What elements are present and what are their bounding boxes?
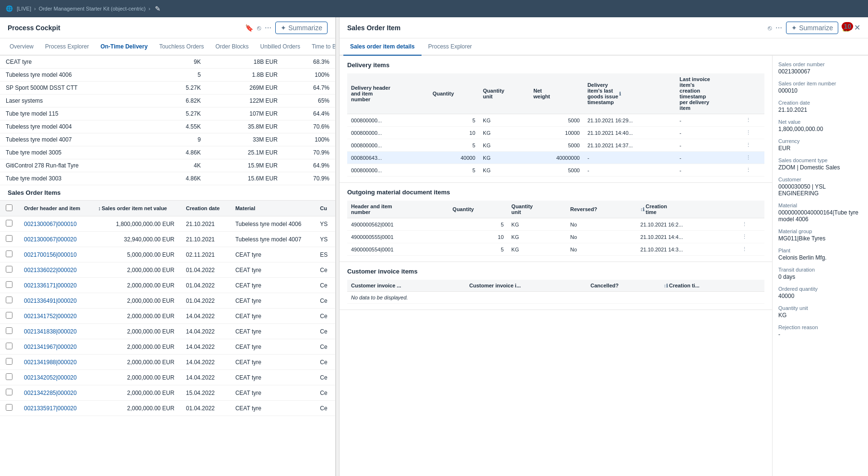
close-icon[interactable]: ✕ <box>854 23 860 32</box>
del-unit: KG <box>479 127 529 139</box>
soi-checkbox[interactable] <box>6 235 12 242</box>
bookmark-icon[interactable]: 🔖 <box>245 24 253 32</box>
select-all-checkbox[interactable] <box>6 204 12 211</box>
overview-pct: 65% <box>283 95 335 107</box>
soi-id-link[interactable]: 0021300067|000010 <box>24 221 77 227</box>
goods-info-icon[interactable]: ℹ <box>619 91 621 96</box>
soi-material: CEAT tyre <box>230 262 315 278</box>
soi-customer: Ce <box>314 324 335 339</box>
soi-material: CEAT tyre <box>230 385 315 401</box>
soi-date: 01.04.2022 <box>180 293 230 309</box>
tab-order-blocks[interactable]: Order Blocks <box>210 38 254 56</box>
soi-checkbox[interactable] <box>6 250 12 257</box>
edit-icon[interactable]: ✎ <box>155 5 161 12</box>
soi-checkbox[interactable] <box>6 220 12 226</box>
summarize-button[interactable]: ✦ Summarize <box>275 22 328 34</box>
soi-row: 0021336491|000020 2,000,000.00 EUR 01.04… <box>0 293 335 309</box>
prop-item: Currency EUR <box>778 138 862 152</box>
soi-checkbox[interactable] <box>6 297 12 303</box>
soi-id-link[interactable]: 0021335917|000020 <box>24 405 77 412</box>
tab-overview[interactable]: Overview <box>4 38 39 56</box>
soi-id-link[interactable]: 0021342052|000020 <box>24 374 77 381</box>
soi-id-link[interactable]: 0021341752|000020 <box>24 313 77 320</box>
th-order-header: Order header and item <box>18 201 92 216</box>
soi-checkbox[interactable] <box>6 358 12 365</box>
soi-checkbox[interactable] <box>6 343 12 349</box>
soi-checkbox[interactable] <box>6 281 12 288</box>
tab-unbilled-orders[interactable]: Unbilled Orders <box>255 38 306 56</box>
detail-header: Sales Order Item ⎋ ⋯ ✦ Summarize 🔔10 ✕ <box>340 17 868 38</box>
soi-id-link[interactable]: 0021336171|000020 <box>24 282 77 289</box>
soi-date: 02.11.2021 <box>180 247 230 262</box>
soi-checkbox[interactable] <box>6 312 12 319</box>
overview-row: Tube tyre model 115 5.27K 107M EUR 64.4% <box>0 107 335 120</box>
soi-checkbox[interactable] <box>6 389 12 395</box>
soi-id: 0021341838|000020 <box>18 324 92 339</box>
soi-id-link[interactable]: 0021300067|000020 <box>24 236 77 243</box>
more-detail-icon[interactable]: ⋯ <box>775 24 782 32</box>
soi-row: 0021341752|000020 2,000,000.00 EUR 14.04… <box>0 309 335 324</box>
share-detail-icon[interactable]: ⎋ <box>768 24 772 32</box>
tab-soi-details[interactable]: Sales order item details <box>343 38 422 56</box>
overview-value: 33M EUR <box>207 133 283 146</box>
out-more[interactable]: ⋮ <box>738 218 764 231</box>
more-options-icon[interactable]: ⋯ <box>265 24 271 32</box>
del-more[interactable]: ⋮ <box>742 139 764 152</box>
soi-id-link[interactable]: 0021336491|000020 <box>24 298 77 304</box>
soi-id-link[interactable]: 0021341967|000020 <box>24 344 77 350</box>
del-unit: KG <box>479 114 529 127</box>
del-more[interactable]: ⋮ <box>742 114 764 127</box>
soi-material: Tubeless tyre model 4006 <box>230 216 315 232</box>
creation-info-icon[interactable]: ↕ℹ <box>640 207 645 212</box>
soi-id-link[interactable]: 0021341838|000020 <box>24 328 77 335</box>
soi-id-link[interactable]: 0021700156|000010 <box>24 251 77 258</box>
share-icon[interactable]: ⎋ <box>257 24 261 32</box>
panel-divider <box>336 17 340 476</box>
tab-touchless-orders[interactable]: Touchless Orders <box>153 38 210 56</box>
breadcrumb-live[interactable]: [LIVE] <box>17 6 31 12</box>
notification-badge: 10 <box>842 22 853 31</box>
out-quantity: 5 <box>449 243 508 256</box>
tab-time-to-bill[interactable]: Time to Bill <box>306 38 335 56</box>
soi-id-link[interactable]: 0021336022|000020 <box>24 267 77 274</box>
overview-value: 122M EUR <box>207 95 283 107</box>
soi-date: 14.04.2022 <box>180 370 230 385</box>
del-more[interactable]: ⋮ <box>742 164 764 177</box>
overview-row: Tube tyre model 3003 4.86K 15.6M EUR 70.… <box>0 172 335 185</box>
th-inv-invoice: Customer invoice ... <box>347 280 466 292</box>
prop-label: Currency <box>778 138 862 144</box>
prop-label: Quantity unit <box>778 305 862 311</box>
del-more[interactable]: ⋮ <box>742 152 764 164</box>
notification-icon[interactable]: 🔔10 <box>842 24 850 32</box>
overview-name: GitiControl 278 Run-flat Tyre <box>0 159 157 172</box>
out-header-item: 4900000554|0001 <box>347 243 449 256</box>
soi-net-value: 2,000,000.00 EUR <box>92 339 180 355</box>
soi-checkbox[interactable] <box>6 327 12 334</box>
soi-checkbox[interactable] <box>6 404 12 411</box>
soi-id-link[interactable]: 0021341988|000020 <box>24 359 77 366</box>
soi-row: 0021341838|000020 2,000,000.00 EUR 14.04… <box>0 324 335 339</box>
soi-date: 01.04.2022 <box>180 401 230 416</box>
soi-id-link[interactable]: 0021342285|000020 <box>24 390 77 396</box>
prop-label: Rejection reason <box>778 324 862 330</box>
out-more[interactable]: ⋮ <box>738 231 764 243</box>
breadcrumb-app[interactable]: Order Management Starter Kit (object-cen… <box>39 6 146 12</box>
del-more[interactable]: ⋮ <box>742 127 764 139</box>
prop-label: Sales document type <box>778 157 862 163</box>
overview-qty: 9K <box>157 56 207 69</box>
tab-process-explorer-detail[interactable]: Process Explorer <box>422 38 479 56</box>
overview-pct: 68.3% <box>283 56 335 69</box>
soi-net-value: 2,000,000.00 EUR <box>92 293 180 309</box>
tab-on-time-delivery[interactable]: On-Time Delivery <box>94 38 153 56</box>
detail-summarize-button[interactable]: ✦ Summarize <box>786 22 838 34</box>
prop-item: Creation date 21.10.2021 <box>778 100 862 113</box>
soi-date: 21.10.2021 <box>180 216 230 232</box>
soi-checkbox[interactable] <box>6 373 12 380</box>
tab-process-explorer[interactable]: Process Explorer <box>39 38 94 56</box>
delivery-row: 000800000... 5 KG 5000 - - ⋮ <box>347 164 764 177</box>
overview-row: GitiControl 278 Run-flat Tyre 4K 15.9M E… <box>0 159 335 172</box>
out-quantity: 10 <box>449 231 508 243</box>
soi-checkbox[interactable] <box>6 266 12 273</box>
out-more[interactable]: ⋮ <box>738 243 764 256</box>
inv-creation-info-icon[interactable]: ↕ℹ <box>664 283 668 288</box>
